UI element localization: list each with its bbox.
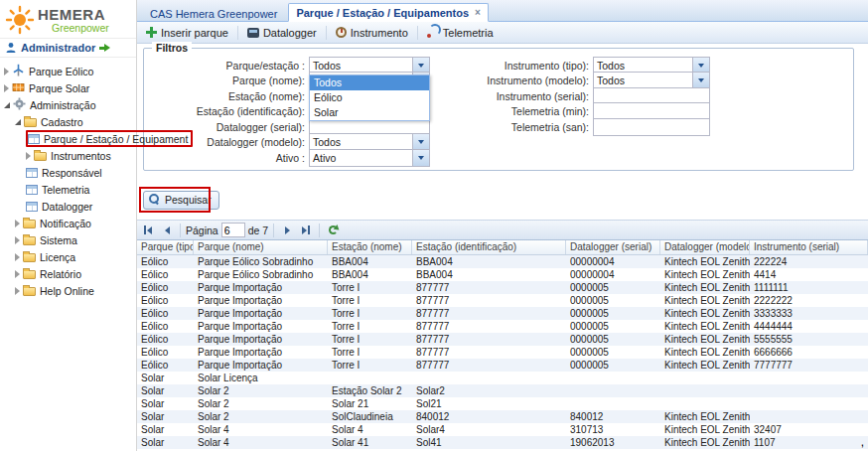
tree-item-label: Help Online xyxy=(40,285,94,297)
column-header-datalogger-modelo[interactable]: Datalogger (modelo) xyxy=(660,240,750,254)
table-cell: Eólico xyxy=(137,268,194,281)
dropdown-option-solar[interactable]: Solar xyxy=(310,105,429,120)
expand-arrow-icon[interactable] xyxy=(4,84,9,92)
table-row[interactable]: EólicoParque ImportaçãoTorre I8777770000… xyxy=(137,281,868,294)
table-row[interactable]: SolarSolar 2Estação Solar 2Solar2 xyxy=(137,384,868,397)
tree-item-datalogger[interactable]: Datalogger xyxy=(26,198,95,215)
table-cell: Torre I xyxy=(328,359,412,372)
tree-item-parque-solar[interactable]: Parque Solar xyxy=(4,79,92,96)
prev-page-button[interactable] xyxy=(159,223,175,238)
table-cell: Kintech EOL Zenith xyxy=(660,436,750,449)
tab-parque-estacao-equipamentos[interactable]: Parque / Estação / Equipamentos× xyxy=(288,3,488,22)
table-row[interactable]: SolarSolar 2Solar 21Sol21 xyxy=(137,397,868,410)
collapse-arrow-icon[interactable] xyxy=(4,102,10,108)
last-page-button[interactable] xyxy=(298,223,314,238)
table-row[interactable]: EólicoParque ImportaçãoTorre I8777770000… xyxy=(137,294,868,307)
filters-legend: Filtros xyxy=(152,42,192,54)
grid-icon xyxy=(26,202,38,212)
folder-icon xyxy=(23,220,36,228)
tree-item-notificacao[interactable]: Notificação xyxy=(15,215,94,231)
column-header-parque-tipo[interactable]: Parque (tipo) xyxy=(137,240,194,254)
table-cell: BBA004 xyxy=(328,255,412,268)
tree-item-cadastro[interactable]: Cadastro xyxy=(15,113,86,130)
table-row[interactable]: EólicoParque ImportaçãoTorre I8777770000… xyxy=(137,307,868,320)
table-row[interactable]: EólicoParque Eólico SobradinhoBBA004BBA0… xyxy=(137,255,868,268)
folder-icon xyxy=(23,236,36,245)
table-cell: Solar xyxy=(137,397,194,410)
table-cell: Solar2 xyxy=(412,384,566,397)
table-cell: 3333333 xyxy=(750,307,868,320)
instrumento-button[interactable]: Instrumento xyxy=(331,25,413,41)
instrumento-serial-label: Instrumento (serial): xyxy=(430,90,593,102)
tree-item-instrumentos[interactable]: Instrumentos xyxy=(26,147,114,164)
close-icon[interactable]: × xyxy=(475,8,481,18)
telemetria-button[interactable]: Telemetria xyxy=(422,25,499,41)
tree-item-administracao[interactable]: Administração xyxy=(4,96,99,113)
tab-cas-hemera-greenpower[interactable]: CAS Hemera Greenpower xyxy=(142,4,285,22)
logout-icon[interactable] xyxy=(99,43,111,53)
column-header-estacao-nome[interactable]: Estação (nome) xyxy=(328,240,412,254)
datalogger-icon xyxy=(247,28,259,38)
table-cell: Estação Solar 2 xyxy=(328,384,412,397)
refresh-button[interactable] xyxy=(325,223,341,238)
expand-arrow-icon[interactable] xyxy=(4,68,9,75)
table-cell: Parque Eólico Sobradinho xyxy=(194,268,328,281)
column-header-instrumento-serial[interactable]: Instrumento (serial) xyxy=(750,240,868,254)
table-row[interactable]: EólicoParque Eólico SobradinhoBBA004BBA0… xyxy=(137,268,868,281)
tree-item-parque-estacao-equipament[interactable]: Parque / Estação / Equipament xyxy=(26,130,193,147)
tree-item-responsavel[interactable]: Responsável xyxy=(26,164,105,181)
table-row[interactable]: SolarSolar 2SolClaudineia840012840012Kin… xyxy=(137,410,868,423)
table-cell: Solar 2 xyxy=(194,397,328,410)
table-cell: Parque Importação xyxy=(194,281,328,294)
table-row[interactable]: SolarSolar 4Solar 4Solar4310713Kintech E… xyxy=(137,423,868,436)
table-cell xyxy=(750,384,868,397)
toolbar-button-label: Inserir parque xyxy=(161,27,228,39)
expand-arrow-icon[interactable] xyxy=(15,236,20,244)
table-cell: Parque Eólico Sobradinho xyxy=(194,255,328,268)
grid-icon xyxy=(26,185,38,195)
pesquisar-label: Pesquisar xyxy=(165,194,212,206)
tree-item-help-online[interactable]: Help Online xyxy=(15,282,97,299)
tree-item-parque-eolico[interactable]: Parque Eólico xyxy=(4,63,96,79)
toolbar-button-label: Telemetria xyxy=(443,27,494,39)
pesquisar-button[interactable]: Pesquisar xyxy=(143,191,219,210)
expand-arrow-icon[interactable] xyxy=(15,253,20,261)
expand-arrow-icon[interactable] xyxy=(15,220,20,227)
filter-row: Estação (identificação):Telemetria (min)… xyxy=(152,103,845,120)
table-row[interactable]: SolarSolar 4Solar 41Sol4119062013Kintech… xyxy=(137,436,868,449)
table-row[interactable]: EólicoParque ImportaçãoTorre I8777770000… xyxy=(137,346,868,359)
column-header-estacao-identificacao[interactable]: Estação (identificação) xyxy=(412,240,566,254)
column-header-datalogger-serial[interactable]: Datalogger (serial) xyxy=(566,240,660,254)
table-cell: BBA004 xyxy=(412,255,566,268)
dropdown-option-todos[interactable]: Todos xyxy=(310,75,429,90)
table-cell xyxy=(750,410,868,423)
tree-item-telemetria[interactable]: Telemetria xyxy=(26,181,92,198)
datalogger-button[interactable]: Datalogger xyxy=(242,25,322,41)
column-header-parque-nome[interactable]: Parque (nome) xyxy=(194,240,328,254)
expand-arrow-icon[interactable] xyxy=(15,287,20,295)
tree-item-licenca[interactable]: Licença xyxy=(15,248,78,265)
tab-label: Parque / Estação / Equipamentos xyxy=(296,7,469,19)
folder-icon xyxy=(23,270,36,279)
chevron-down-icon[interactable] xyxy=(412,150,429,166)
filter-row: Estação (nome):Instrumento (serial): xyxy=(152,87,845,104)
collapse-arrow-icon[interactable] xyxy=(15,119,21,125)
first-page-button[interactable] xyxy=(140,223,156,238)
page-count-label: de 7 xyxy=(248,225,268,236)
table-row[interactable]: SolarSolar Licença xyxy=(137,372,868,384)
filter-row: Parque (nome):Instrumento (modelo):Todos xyxy=(152,73,845,89)
combo-value: Ativo xyxy=(310,150,412,166)
page-number-input[interactable] xyxy=(221,223,245,237)
inserir-parque-button[interactable]: Inserir parque xyxy=(141,25,233,41)
table-row[interactable]: EólicoParque ImportaçãoTorre I8777770000… xyxy=(137,359,868,372)
table-row[interactable]: EólicoParque ImportaçãoTorre I8777770000… xyxy=(137,320,868,333)
table-cell: Solar4 xyxy=(412,423,566,436)
expand-arrow-icon[interactable] xyxy=(26,152,31,160)
table-row[interactable]: EólicoParque ImportaçãoTorre I8777770000… xyxy=(137,333,868,346)
dropdown-option-eolico[interactable]: Eólico xyxy=(310,90,429,105)
next-page-button[interactable] xyxy=(279,223,295,238)
tree-item-sistema[interactable]: Sistema xyxy=(15,231,80,248)
ativo-combo[interactable]: Ativo xyxy=(309,149,430,167)
tree-item-relatorio[interactable]: Relatório xyxy=(15,265,84,282)
expand-arrow-icon[interactable] xyxy=(15,270,20,278)
